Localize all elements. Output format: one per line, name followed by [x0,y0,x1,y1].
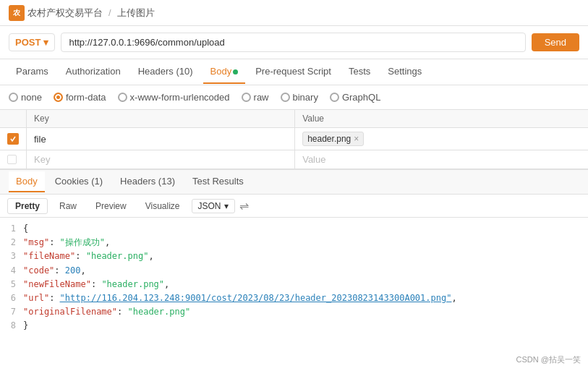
code-token[interactable]: "http://116.204.123.248:9001/cost/2023/0… [60,293,452,303]
send-button[interactable]: Send [532,33,579,51]
wrap-icon[interactable]: ⇌ [239,199,249,213]
code-token: : [117,307,127,317]
line-content: "fileName": "header.png", [23,250,588,263]
row2-value[interactable]: Value [295,150,588,169]
radio-formdata-circle [54,93,63,102]
code-token: "newFileName" [23,279,91,289]
tab-params[interactable]: Params [9,60,56,84]
tab-settings[interactable]: Settings [380,60,429,84]
code-token: } [23,320,28,331]
code-token: , [451,293,456,303]
line-number: 8 [0,319,23,333]
params-table: Key Value file header.png × [0,110,588,169]
code-token: "header.png" [86,251,149,261]
viewer-tab-raw[interactable]: Raw [52,199,84,213]
line-number: 1 [0,222,23,236]
line-number: 3 [0,250,23,263]
col-key-header: Key [27,110,295,128]
row2-checkbox-cell [0,150,27,169]
method-chevron-icon: ▾ [43,37,48,48]
code-token: : [49,237,59,247]
radio-binary-label: binary [293,92,318,103]
line-content: "url": "http://116.204.123.248:9001/cost… [23,291,588,305]
res-tab-test-results[interactable]: Test Results [185,171,251,192]
viewer-tab-pretty[interactable]: Pretty [7,198,48,214]
res-tab-headers[interactable]: Headers (13) [113,171,182,192]
radio-none-circle [9,93,18,102]
radio-raw-circle [242,93,251,102]
file-tag: header.png × [302,132,364,146]
tab-authorization[interactable]: Authorization [59,60,128,84]
logo-icon: 农 [9,5,25,21]
line-number: 6 [0,291,23,305]
radio-formdata[interactable]: form-data [54,92,106,103]
code-line: 3"fileName": "header.png", [0,250,588,263]
format-select[interactable]: JSON ▾ [192,199,235,213]
url-bar-section: POST ▾ Send [0,26,588,59]
url-input[interactable] [61,33,525,52]
file-tag-remove-icon[interactable]: × [354,134,359,144]
code-token: : [75,251,85,261]
res-tab-body[interactable]: Body [9,171,45,192]
code-line: 4"code": 200, [0,264,588,278]
code-token: : [91,279,101,289]
code-token: : [54,265,64,276]
code-token: "header.png" [101,279,164,289]
line-content: "originalFilename": "header.png" [23,305,588,319]
csdn-badge: CSDN @拈吴一笑 [516,354,581,365]
row1-value: header.png × [295,128,588,150]
checkbox-checked-icon [7,133,19,145]
line-content: "code": 200, [23,264,588,278]
viewer-tab-visualize[interactable]: Visualize [138,199,187,213]
res-tab-cookies[interactable]: Cookies (1) [48,171,110,192]
radio-graphql-circle [330,93,339,102]
line-content: { [23,222,588,236]
top-bar: 农 农村产权交易平台 / 上传图片 [0,0,588,26]
line-content: "newFileName": "header.png", [23,278,588,291]
tab-headers[interactable]: Headers (10) [131,60,200,84]
code-token: "header.png" [128,307,191,317]
code-token: "originalFilename" [23,307,117,317]
radio-binary-circle [281,93,290,102]
file-tag-name: header.png [307,134,351,144]
tab-prerequest[interactable]: Pre-request Script [248,60,338,84]
code-token: , [148,251,153,261]
code-token: { [23,223,28,234]
code-line: 8} [0,319,588,333]
body-type-row: none form-data x-www-form-urlencoded raw… [0,85,588,110]
code-line: 6"url": "http://116.204.123.248:9001/cos… [0,291,588,305]
tab-tests[interactable]: Tests [341,60,378,84]
logo-area: 农 农村产权交易平台 / 上传图片 [9,5,155,21]
body-dot [233,69,238,74]
method-select[interactable]: POST ▾ [9,33,55,51]
code-token: "code" [23,265,54,276]
code-line: 5"newFileName": "header.png", [0,278,588,291]
radio-raw[interactable]: raw [242,92,269,103]
line-content: } [23,319,588,333]
code-token: , [105,237,110,247]
table-row-empty: Key Value [0,150,588,169]
code-token: "url" [23,293,49,303]
code-area: 1{2"msg": "操作成功",3"fileName": "header.pn… [0,218,588,344]
line-number: 5 [0,278,23,291]
response-tab-bar: Body Cookies (1) Headers (13) Test Resul… [0,170,588,195]
code-line: 1{ [0,222,588,236]
radio-raw-label: raw [254,92,269,103]
radio-graphql[interactable]: GraphQL [330,92,380,103]
row2-key[interactable]: Key [27,150,295,169]
radio-binary[interactable]: binary [281,92,318,103]
row1-key[interactable]: file [27,128,295,150]
method-label: POST [15,37,41,48]
col-checkbox [0,110,27,128]
tab-body[interactable]: Body [203,60,246,84]
row1-checkbox-cell[interactable] [0,128,27,150]
code-token: , [164,279,169,289]
code-token: "msg" [23,237,49,247]
app-title: 农村产权交易平台 [27,7,103,20]
radio-urlencoded[interactable]: x-www-form-urlencoded [118,92,230,103]
request-tab-bar: Params Authorization Headers (10) Body P… [0,59,588,85]
viewer-tab-preview[interactable]: Preview [88,199,134,213]
code-token: : [49,293,59,303]
radio-none[interactable]: none [9,92,42,103]
line-content: "msg": "操作成功", [23,236,588,250]
